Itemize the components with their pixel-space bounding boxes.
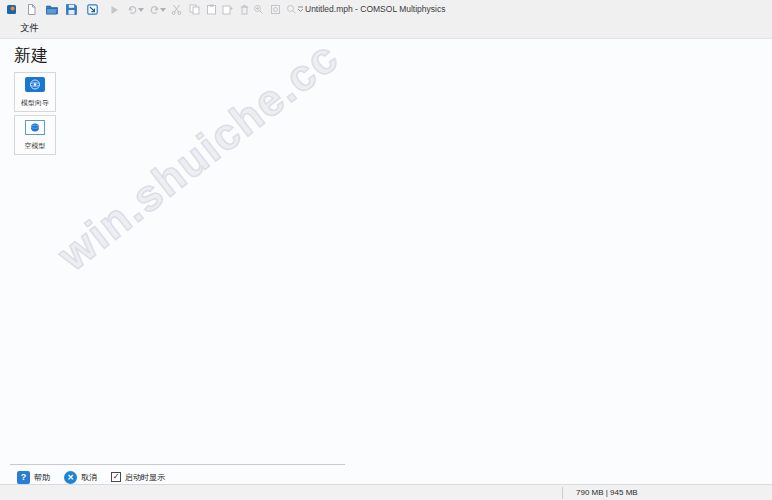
memory-usage: 790 MB | 945 MB: [576, 488, 638, 497]
app-logo-icon: [5, 3, 18, 16]
save-as-icon[interactable]: [86, 3, 99, 16]
cancel-button[interactable]: ✕ 取消: [64, 471, 97, 484]
menu-file[interactable]: 文件: [16, 20, 43, 37]
run-icon: [108, 3, 121, 16]
titlebar: Untitled.mph - COMSOL Multiphysics: [0, 0, 772, 18]
menubar: 文件: [0, 18, 772, 39]
cut-icon: [170, 3, 183, 16]
option-label: 空模型: [25, 141, 46, 151]
option-model-wizard[interactable]: 模型向导: [14, 72, 56, 112]
delete-icon: [238, 3, 251, 16]
new-file-icon[interactable]: [25, 3, 38, 16]
cancel-icon: ✕: [64, 471, 77, 484]
statusbar: 790 MB | 945 MB: [0, 484, 772, 500]
status-divider: [562, 487, 563, 499]
undo-dropdown-icon: [137, 3, 145, 16]
cancel-label: 取消: [81, 472, 97, 483]
show-on-startup-toggle[interactable]: ✓ 启动时显示: [111, 472, 165, 483]
copy-icon: [188, 3, 201, 16]
show-on-startup-label: 启动时显示: [125, 472, 165, 483]
toolbar-overflow-icon[interactable]: [296, 3, 305, 16]
zoom-in-icon: [252, 3, 265, 16]
zoom-extents-icon: [269, 3, 282, 16]
new-dialog: win.shuiche.cc 新建 模型向导 空模型 ? 帮助 ✕ 取消: [0, 39, 772, 484]
help-label: 帮助: [34, 472, 50, 483]
option-blank-model[interactable]: 空模型: [14, 115, 56, 155]
redo-dropdown-icon: [159, 3, 167, 16]
option-label: 模型向导: [21, 98, 49, 108]
comsol-window: Untitled.mph - COMSOL Multiphysics 文件 wi…: [0, 0, 772, 500]
blank-model-icon: [25, 120, 45, 139]
help-button[interactable]: ? 帮助: [17, 471, 50, 484]
watermark: win.shuiche.cc: [49, 39, 348, 280]
duplicate-icon: [221, 3, 234, 16]
help-icon: ?: [17, 471, 30, 484]
footer-divider: [10, 464, 345, 465]
save-icon[interactable]: [65, 3, 78, 16]
show-on-startup-checkbox[interactable]: ✓: [111, 472, 121, 482]
open-file-icon[interactable]: [45, 3, 58, 16]
window-title: Untitled.mph - COMSOL Multiphysics: [305, 4, 445, 14]
dialog-heading: 新建: [14, 44, 48, 67]
model-wizard-icon: [25, 77, 45, 96]
paste-icon: [205, 3, 218, 16]
dialog-footer: ? 帮助 ✕ 取消 ✓ 启动时显示: [17, 470, 179, 484]
